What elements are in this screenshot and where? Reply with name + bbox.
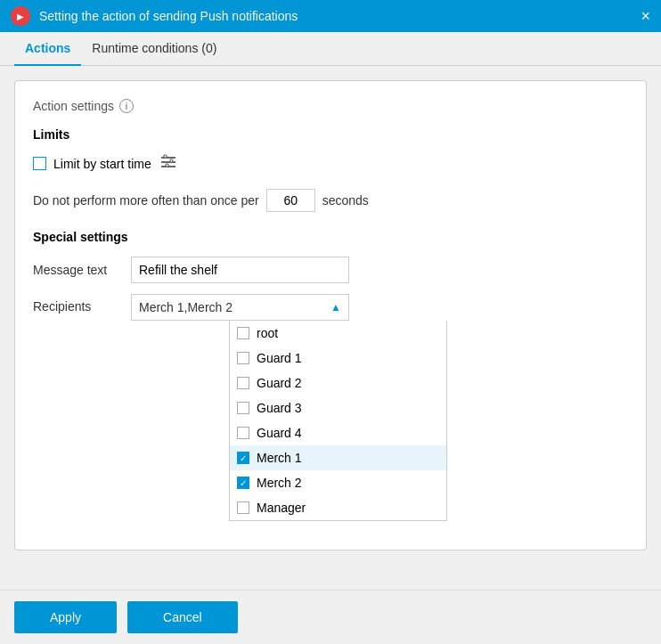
recipients-value: Merch 1,Merch 2 — [139, 300, 233, 314]
dropdown-label-guard4: Guard 4 — [257, 426, 302, 440]
content-area: Action settings i Limits Limit by start … — [0, 66, 661, 590]
dropdown-checkbox-merch1: ✓ — [237, 452, 249, 464]
info-icon[interactable]: i — [119, 99, 134, 113]
once-per-label: Do not perform more often than once per — [33, 193, 259, 208]
svg-rect-0 — [161, 157, 175, 159]
recipients-row: Recipients Merch 1,Merch 2 ▲ root — [33, 294, 628, 521]
footer: Apply Cancel — [0, 590, 661, 644]
action-settings-label: Action settings — [33, 99, 114, 113]
dialog: Setting the action of sending Push notif… — [0, 0, 661, 644]
cancel-button[interactable]: Cancel — [127, 601, 238, 633]
dropdown-label-root: root — [257, 326, 278, 340]
dropdown-label-manager: Manager — [257, 501, 306, 515]
svg-rect-5 — [166, 164, 168, 167]
dropdown-checkbox-guard3 — [237, 402, 249, 414]
message-text-row: Message text — [33, 257, 628, 283]
dropdown-label-guard3: Guard 3 — [257, 401, 302, 415]
close-button[interactable]: × — [641, 8, 650, 24]
dropdown-item-guard4[interactable]: Guard 4 — [230, 420, 446, 445]
seconds-label: seconds — [322, 193, 369, 208]
special-settings-title: Special settings — [33, 230, 628, 244]
dropdown-checkbox-manager — [237, 501, 249, 514]
svg-rect-3 — [164, 155, 167, 158]
app-icon — [11, 6, 30, 26]
filter-icon — [159, 152, 178, 175]
settings-panel: Action settings i Limits Limit by start … — [14, 80, 647, 550]
seconds-input[interactable] — [266, 189, 315, 212]
chevron-up-icon: ▲ — [330, 301, 341, 314]
recipients-dropdown[interactable]: Merch 1,Merch 2 ▲ — [131, 294, 349, 321]
dropdown-label-merch2: Merch 2 — [257, 476, 302, 490]
dropdown-item-guard1[interactable]: Guard 1 — [230, 346, 446, 371]
recipients-dropdown-list: root Guard 1 Guard 2 — [229, 321, 447, 521]
dropdown-checkbox-root — [237, 327, 249, 339]
dropdown-label-guard1: Guard 1 — [257, 351, 302, 365]
limits-title: Limits — [33, 127, 628, 142]
dialog-title: Setting the action of sending Push notif… — [39, 9, 632, 23]
message-text-label: Message text — [33, 263, 122, 277]
section-header: Action settings i — [33, 99, 628, 113]
dropdown-item-root[interactable]: root — [230, 321, 446, 346]
dropdown-checkbox-merch2: ✓ — [237, 477, 249, 489]
limit-by-start-time-row: Limit by start time — [33, 152, 628, 175]
dropdown-item-merch2[interactable]: ✓ Merch 2 — [230, 470, 446, 495]
recipients-label: Recipients — [33, 294, 122, 314]
limit-start-time-label: Limit by start time — [53, 157, 151, 171]
dropdown-label-guard2: Guard 2 — [257, 376, 302, 390]
message-text-input[interactable] — [131, 257, 349, 283]
tabs-bar: Actions Runtime conditions (0) — [0, 32, 661, 66]
limit-start-time-checkbox[interactable] — [33, 157, 46, 170]
tab-runtime-conditions[interactable]: Runtime conditions (0) — [81, 32, 227, 66]
dropdown-label-merch1: Merch 1 — [257, 451, 302, 465]
once-per-row: Do not perform more often than once per … — [33, 189, 628, 212]
title-bar: Setting the action of sending Push notif… — [0, 0, 661, 32]
svg-rect-4 — [170, 159, 173, 162]
tab-actions[interactable]: Actions — [14, 32, 81, 66]
apply-button[interactable]: Apply — [14, 601, 117, 633]
dropdown-checkbox-guard4 — [237, 427, 249, 439]
dropdown-item-merch1[interactable]: ✓ Merch 1 — [230, 445, 446, 470]
dropdown-checkbox-guard2 — [237, 377, 249, 389]
dropdown-item-guard3[interactable]: Guard 3 — [230, 395, 446, 420]
dropdown-item-guard2[interactable]: Guard 2 — [230, 371, 446, 395]
dropdown-item-manager[interactable]: Manager — [230, 495, 446, 520]
svg-rect-1 — [161, 161, 175, 163]
dropdown-checkbox-guard1 — [237, 352, 249, 364]
